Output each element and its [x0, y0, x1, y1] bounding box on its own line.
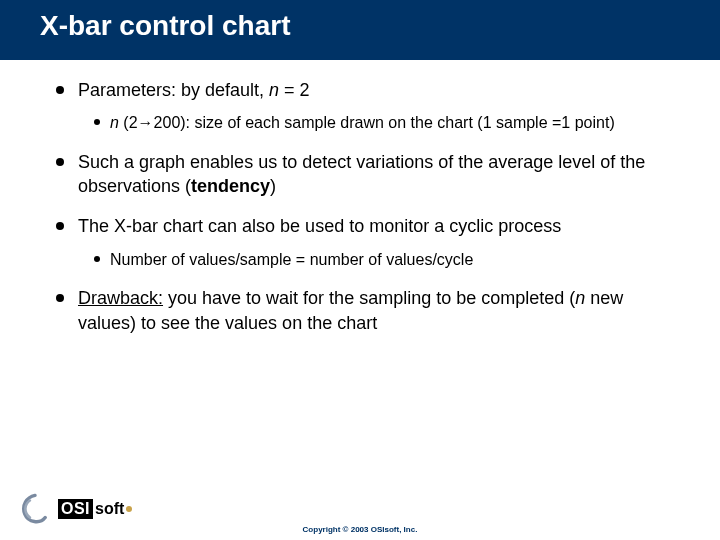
text: The X-bar chart can also be used to moni…: [78, 216, 561, 236]
logo-text: OSI soft: [58, 499, 132, 519]
slide-title: X-bar control chart: [40, 10, 680, 42]
swirl-icon: [18, 492, 52, 526]
text: = 2: [279, 80, 310, 100]
logo-osi: OSI: [58, 499, 93, 519]
bullet-parameters: Parameters: by default, n = 2 n (2→200):…: [50, 78, 670, 134]
logo-dot-icon: [126, 506, 132, 512]
drawback-label: Drawback:: [78, 288, 163, 308]
bullet-drawback: Drawback: you have to wait for the sampl…: [50, 286, 670, 335]
text: Number of values/sample = number of valu…: [110, 251, 473, 268]
text: 200):: [154, 114, 190, 131]
copyright-text: Copyright © 2003 OSIsoft, Inc.: [0, 525, 720, 534]
sub-bullet-n-range: n (2→200): size of each sample drawn on …: [78, 112, 670, 134]
slide-content: Parameters: by default, n = 2 n (2→200):…: [0, 60, 720, 335]
var-n: n: [110, 114, 119, 131]
text: Such a graph enables us to detect variat…: [78, 152, 645, 196]
var-n: n: [269, 80, 279, 100]
osisoft-logo: OSI soft: [18, 492, 132, 526]
bold-tendency: tendency: [191, 176, 270, 196]
arrow-icon: →: [138, 114, 154, 131]
var-n: n: [575, 288, 585, 308]
sub-bullet-values-per-sample: Number of values/sample = number of valu…: [78, 249, 670, 271]
title-bar: X-bar control chart: [0, 0, 720, 60]
bullet-cyclic: The X-bar chart can also be used to moni…: [50, 214, 670, 270]
logo-soft: soft: [95, 500, 124, 518]
text: ): [270, 176, 276, 196]
text: you have to wait for the sampling to be …: [163, 288, 575, 308]
text: size of each sample drawn on the chart (…: [190, 114, 615, 131]
bullet-tendency: Such a graph enables us to detect variat…: [50, 150, 670, 199]
text: (2: [119, 114, 138, 131]
text: Parameters: by default,: [78, 80, 269, 100]
